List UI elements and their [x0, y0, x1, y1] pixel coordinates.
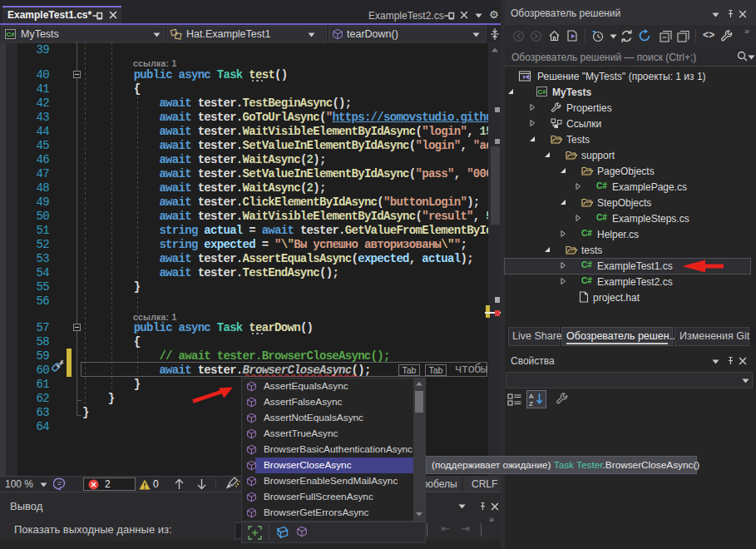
svg-text:A: A [529, 393, 534, 400]
svg-text:Z: Z [529, 400, 533, 408]
